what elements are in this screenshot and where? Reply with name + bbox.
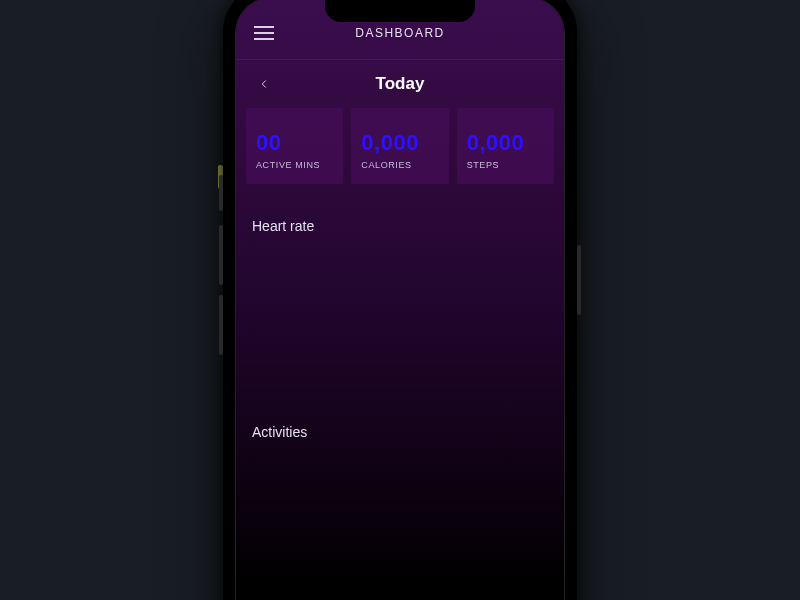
stat-card-calories[interactable]: 0,000 CALORIES [351,108,448,184]
previous-day-button[interactable] [252,72,276,96]
activities-area [236,440,564,520]
activities-section-title: Activities [236,404,564,440]
heart-rate-chart-area [236,234,564,404]
stat-value: 00 [256,130,333,156]
stat-value: 0,000 [361,130,438,156]
stats-row: 00 ACTIVE MINS 0,000 CALORIES 0,000 STEP… [236,108,564,184]
stat-value: 0,000 [467,130,544,156]
notch [325,0,475,22]
power-button [577,245,581,315]
stat-label: CALORIES [361,160,438,170]
phone-frame: DASHBOARD Today 00 ACTIVE MINS 0,000 CAL… [223,0,577,600]
volume-down-button-2 [219,295,223,355]
stat-card-steps[interactable]: 0,000 STEPS [457,108,554,184]
phone-screen-bezel: DASHBOARD Today 00 ACTIVE MINS 0,000 CAL… [235,0,565,600]
day-label: Today [376,74,425,94]
heart-rate-section-title: Heart rate [236,198,564,234]
page-title: DASHBOARD [254,26,546,40]
stat-label: STEPS [467,160,544,170]
day-navigation: Today [236,60,564,108]
stat-label: ACTIVE MINS [256,160,333,170]
app-screen: DASHBOARD Today 00 ACTIVE MINS 0,000 CAL… [236,0,564,600]
volume-up-button [219,175,223,211]
chevron-left-icon [257,77,271,91]
volume-down-button [219,225,223,285]
stat-card-active-mins[interactable]: 00 ACTIVE MINS [246,108,343,184]
